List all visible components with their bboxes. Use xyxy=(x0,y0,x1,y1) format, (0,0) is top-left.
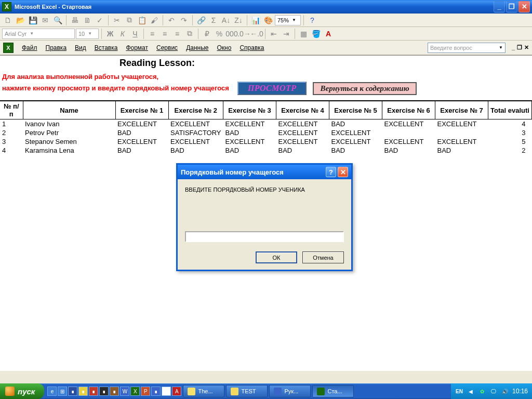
dialog-help-icon[interactable]: ? xyxy=(326,167,336,177)
column-header: Exercise № 5 xyxy=(329,101,382,119)
paste-icon[interactable]: 📋 xyxy=(136,15,148,26)
ask-question-box[interactable]: Введите вопрос ▼ xyxy=(428,43,506,53)
drawing-icon[interactable]: 🎨 xyxy=(262,15,274,26)
wb-minimize-icon[interactable]: _ xyxy=(512,44,515,51)
total-score: 2 xyxy=(488,146,532,155)
cancel-button[interactable]: Отмена xyxy=(302,251,344,263)
ql-app-icon[interactable]: ∎ xyxy=(89,387,98,396)
tray-back-icon[interactable]: ◀ xyxy=(467,387,475,395)
align-right-icon[interactable]: ≡ xyxy=(171,28,183,39)
menu-file[interactable]: Файл xyxy=(19,43,41,53)
save-icon[interactable]: 💾 xyxy=(27,15,38,26)
ql-desktop-icon[interactable]: ⊞ xyxy=(58,387,67,396)
spellcheck-icon[interactable]: ✓ xyxy=(94,15,105,26)
comma-icon[interactable]: 000 xyxy=(226,28,237,39)
start-button[interactable]: пуск xyxy=(0,383,44,399)
font-combo[interactable]: Arial Cyr▼ xyxy=(2,29,75,39)
menu-format[interactable]: Формат xyxy=(123,43,151,53)
table-row[interactable]: 3Stepanov SemenEXCELLENTEXCELLENTEXCELLE… xyxy=(0,137,532,146)
task-app-icon xyxy=(274,388,282,395)
ql-app-icon[interactable]: ∎ xyxy=(110,387,119,396)
tray-icon[interactable]: 🖵 xyxy=(489,387,498,395)
dialog-titlebar[interactable]: Порядковый номер учащегося ? ✕ xyxy=(178,165,351,179)
workbook-icon[interactable]: X xyxy=(3,43,14,53)
borders-icon[interactable]: ▦ xyxy=(298,28,309,39)
wb-restore-icon[interactable]: ❐ xyxy=(517,44,522,51)
percent-icon[interactable]: % xyxy=(214,28,225,39)
search-icon[interactable]: 🔍 xyxy=(52,15,63,26)
menu-view[interactable]: Вид xyxy=(72,43,89,53)
tray-icon[interactable]: ✿ xyxy=(478,387,486,395)
table-row[interactable]: 1Ivanov IvanEXCELLENTEXCELLENTEXCELLENTE… xyxy=(0,119,532,129)
ql-app-icon[interactable]: ∎ xyxy=(162,387,171,396)
dec-decimal-icon[interactable]: ←.0 xyxy=(251,28,262,39)
preview-icon[interactable]: 🗎 xyxy=(82,15,93,26)
minimize-button[interactable]: _ xyxy=(494,1,505,12)
copy-icon[interactable]: ⧉ xyxy=(124,15,135,26)
ql-ppt-icon[interactable]: P xyxy=(141,387,150,396)
menu-edit[interactable]: Правка xyxy=(43,43,70,53)
task-app-icon xyxy=(317,388,325,395)
maximize-button[interactable]: ❐ xyxy=(506,1,517,12)
mail-icon[interactable]: ✉ xyxy=(39,15,51,26)
align-center-icon[interactable]: ≡ xyxy=(159,28,170,39)
ql-excel-icon[interactable]: X xyxy=(130,387,140,396)
menu-data[interactable]: Данные xyxy=(183,43,211,53)
dialog-label: ВВЕДИТЕ ПОРЯДКОВЫЙ НОМЕР УЧЕНИКА xyxy=(185,187,344,193)
student-number-input[interactable] xyxy=(185,231,344,242)
bold-icon[interactable]: Ж xyxy=(104,28,116,39)
sort-asc-icon[interactable]: A↓ xyxy=(220,15,232,26)
ql-word-icon[interactable]: W xyxy=(120,387,129,396)
wb-close-icon[interactable]: ✕ xyxy=(524,44,529,51)
undo-icon[interactable]: ↶ xyxy=(166,15,177,26)
menu-window[interactable]: Окно xyxy=(214,43,234,53)
ql-app-icon[interactable]: ∎ xyxy=(68,387,77,396)
inc-indent-icon[interactable]: ⇥ xyxy=(281,28,292,39)
taskbar-task[interactable]: Рук... xyxy=(269,385,311,397)
fill-color-icon[interactable]: 🪣 xyxy=(310,28,322,39)
ok-button[interactable]: ОК xyxy=(256,251,297,263)
ql-app-icon[interactable]: ∎ xyxy=(151,387,161,396)
sort-desc-icon[interactable]: Z↓ xyxy=(233,15,244,26)
hyperlink-icon[interactable]: 🔗 xyxy=(195,15,207,26)
dec-indent-icon[interactable]: ⇤ xyxy=(268,28,280,39)
inc-decimal-icon[interactable]: .0→ xyxy=(238,28,250,39)
currency-icon[interactable]: ₽ xyxy=(201,28,212,39)
separator xyxy=(66,15,66,25)
font-color-icon[interactable]: A xyxy=(323,28,334,39)
view-button[interactable]: ПРОСМОТР xyxy=(237,82,307,95)
return-button[interactable]: Вернуться к содержанию xyxy=(313,82,416,95)
ql-app-icon[interactable]: ∎ xyxy=(78,387,88,396)
underline-icon[interactable]: Ч xyxy=(129,28,141,39)
format-painter-icon[interactable]: 🖌 xyxy=(149,15,160,26)
fontsize-combo[interactable]: 10▼ xyxy=(76,29,99,39)
italic-icon[interactable]: К xyxy=(117,28,128,39)
ql-app-icon[interactable]: ∎ xyxy=(99,387,109,396)
tray-icon[interactable]: 🔊 xyxy=(501,387,509,395)
table-row[interactable]: 2Petrov PetrBADSATISFACTORYBADEXCELLENTE… xyxy=(0,128,532,137)
open-icon[interactable]: 📂 xyxy=(15,15,26,26)
print-icon[interactable]: 🖶 xyxy=(69,15,81,26)
help-icon[interactable]: ? xyxy=(307,15,318,26)
menu-help[interactable]: Справка xyxy=(236,43,267,53)
new-icon[interactable]: 🗋 xyxy=(2,15,14,26)
close-button[interactable]: ✕ xyxy=(518,1,530,12)
align-left-icon[interactable]: ≡ xyxy=(147,28,158,39)
table-row[interactable]: 4Karamsina LenaBADBADBADBADBADBADBAD2 xyxy=(0,146,532,155)
redo-icon[interactable]: ↷ xyxy=(178,15,190,26)
dialog-close-icon[interactable]: ✕ xyxy=(338,167,348,177)
autosum-icon[interactable]: Σ xyxy=(208,15,219,26)
menu-insert[interactable]: Вставка xyxy=(91,43,121,53)
clock[interactable]: 10:16 xyxy=(512,388,528,395)
merge-icon[interactable]: ⧉ xyxy=(184,28,195,39)
ql-ie-icon[interactable]: e xyxy=(47,387,57,396)
zoom-combo[interactable]: 75%▼ xyxy=(275,15,301,25)
cut-icon[interactable]: ✂ xyxy=(111,15,123,26)
ql-acrobat-icon[interactable]: A xyxy=(172,387,181,396)
chart-icon[interactable]: 📊 xyxy=(250,15,261,26)
menu-tools[interactable]: Сервис xyxy=(153,43,181,53)
taskbar-task[interactable]: The... xyxy=(183,385,224,397)
language-indicator[interactable]: EN xyxy=(455,387,463,395)
taskbar-task[interactable]: Ста... xyxy=(312,385,354,397)
taskbar-task[interactable]: TEST xyxy=(226,385,268,397)
